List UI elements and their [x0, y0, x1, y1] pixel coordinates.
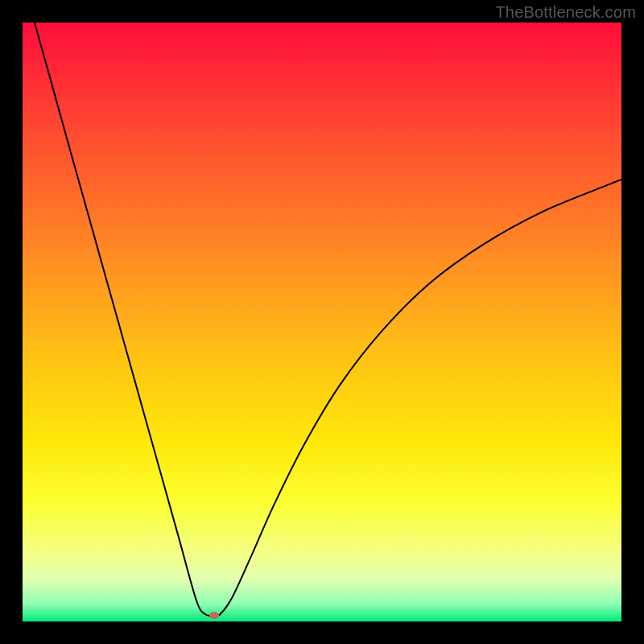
gradient-background [23, 23, 621, 621]
plot-area [23, 23, 621, 621]
min-point-marker [209, 612, 219, 619]
chart-frame: TheBottleneck.com [0, 0, 644, 644]
chart-svg [23, 23, 621, 621]
watermark-text: TheBottleneck.com [495, 3, 636, 22]
